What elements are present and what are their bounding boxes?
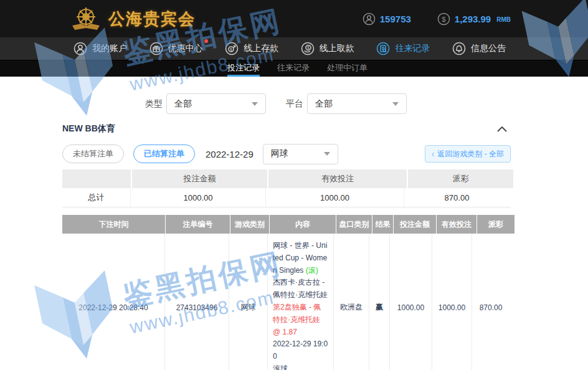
date-picker[interactable]: 2022-12-29 <box>206 149 254 159</box>
platform-filter-label: 平台 <box>286 98 303 110</box>
summary-total-row: 总计 1000.00 1000.00 870.00 <box>62 188 511 207</box>
dollar-icon: $ <box>437 12 450 26</box>
caret-down-icon <box>392 102 399 106</box>
platform-select[interactable]: 全部 <box>307 93 407 114</box>
cell-bet-amount: 1000.00 <box>390 234 432 370</box>
section-title: NEW BB体育 <box>62 123 115 135</box>
svg-text:$: $ <box>307 45 310 50</box>
col-bet-time: 下注时间 <box>62 215 165 234</box>
nav-item-my-account[interactable]: 我的账户 <box>74 42 127 55</box>
collapse-chevron-icon[interactable] <box>497 126 507 132</box>
content-selection: 第2盘独赢 - 佩特拉·克维托娃 @ 1.87 <box>273 301 328 338</box>
col-game-type: 游戏类别 <box>230 215 269 234</box>
summary-total-label: 总计 <box>62 188 131 207</box>
main-nav: 我的账户 优惠中心 $ 线上存款 $ 线上取款 <box>0 37 588 60</box>
controls-row: 未结算注单 已结算注单 2022-12-29 网球 ‹ 返回游戏类别 - 全部 <box>62 145 511 163</box>
back-button-label: 返回游戏类别 - 全部 <box>437 149 504 159</box>
cell-game-type: 网球 <box>229 234 268 370</box>
user-icon <box>74 42 87 55</box>
content-players: 杰西卡·皮古拉 - 佩特拉·克维托娃 <box>273 277 328 301</box>
sport-select-value: 网球 <box>271 148 288 159</box>
content-league: 网球 - 世界 - United Cup - Women Singles <box>273 241 327 275</box>
nav-label: 信息公告 <box>471 43 506 54</box>
balance-value: 1,293.99 <box>455 14 491 24</box>
col-order-number: 注单编号 <box>166 215 230 234</box>
unsettled-bets-button[interactable]: 未结算注单 <box>62 145 124 163</box>
nav-item-announcements[interactable]: 信息公告 <box>452 42 506 55</box>
nav-label: 往来记录 <box>395 43 430 54</box>
type-select[interactable]: 全部 <box>166 93 266 114</box>
table-row: 2022-12-29 20:28:40 2743103496 网球 网球 - 世… <box>62 234 511 370</box>
back-to-categories-button[interactable]: ‹ 返回游戏类别 - 全部 <box>425 145 511 163</box>
content-match-time: 2022-12-29 19:00 <box>273 338 328 363</box>
nav-item-promotions[interactable]: 优惠中心 <box>149 42 203 55</box>
site-logo[interactable]: 公海贵宾会 <box>70 5 196 32</box>
sport-select[interactable]: 网球 <box>263 144 338 164</box>
cell-order-number: 2743103496 <box>165 234 229 370</box>
nav-item-deposit[interactable]: $ 线上存款 <box>225 42 278 55</box>
records-icon <box>376 42 390 55</box>
withdraw-icon: $ <box>301 42 315 55</box>
type-filter-label: 类型 <box>145 98 163 110</box>
balance-currency: RMB <box>496 16 511 23</box>
svg-text:$: $ <box>442 15 446 22</box>
nav-label: 优惠中心 <box>168 43 203 54</box>
notification-dot <box>204 39 208 43</box>
svg-text:$: $ <box>230 47 232 52</box>
main-content: 类型 全部 平台 全部 NEW BB体育 未结算注单 已结算注单 2022-12… <box>62 93 511 370</box>
summary-header-valid-bet: 有效投注 <box>268 169 407 188</box>
top-header: 公海贵宾会 159753 $ 1,293.99 RMB <box>0 0 588 37</box>
cell-valid-bet: 1000.00 <box>432 234 472 370</box>
user-id-value: 159753 <box>380 14 411 24</box>
cell-content: 网球 - 世界 - United Cup - Women Singles (滚)… <box>268 234 334 370</box>
filter-row: 类型 全部 平台 全部 <box>62 93 511 114</box>
tab-transaction-records[interactable]: 往来记录 <box>277 60 310 77</box>
caret-down-icon <box>252 102 258 106</box>
user-icon <box>363 12 376 26</box>
summary-table: 投注金额 有效投注 派彩 总计 1000.00 1000.00 870.00 <box>62 169 511 207</box>
col-content: 内容 <box>270 215 336 234</box>
cell-bet-time: 2022-12-29 20:28:40 <box>62 234 165 370</box>
tab-bet-records[interactable]: 投注记录 <box>227 60 260 77</box>
cell-result: 赢 <box>369 234 390 370</box>
user-id-display[interactable]: 159753 <box>363 12 411 26</box>
nav-label: 线上存款 <box>244 43 278 54</box>
live-tag: (滚) <box>306 266 318 275</box>
deposit-icon: $ <box>225 42 239 55</box>
summary-payout: 870.00 <box>404 188 510 207</box>
detail-table: 下注时间 注单编号 游戏类别 内容 盘口类别 结果 投注金额 有效投注 派彩 2… <box>62 215 511 370</box>
col-market-type: 盘口类别 <box>336 215 372 234</box>
ship-wheel-icon <box>70 5 102 32</box>
summary-valid-bet: 1000.00 <box>266 188 404 207</box>
col-valid-bet: 有效投注 <box>437 215 477 234</box>
nav-item-transaction-records[interactable]: 往来记录 <box>376 42 430 55</box>
nav-label: 线上取款 <box>320 43 354 54</box>
cell-payout: 870.00 <box>472 234 510 370</box>
col-bet-amount: 投注金额 <box>394 215 436 234</box>
col-payout: 派彩 <box>477 215 514 234</box>
nav-label: 我的账户 <box>92 43 127 54</box>
detail-table-header: 下注时间 注单编号 游戏类别 内容 盘口类别 结果 投注金额 有效投注 派彩 <box>62 215 511 234</box>
nav-item-withdraw[interactable]: $ 线上取款 <box>301 42 354 55</box>
type-select-value: 全部 <box>174 98 192 110</box>
balance-display[interactable]: $ 1,293.99 RMB <box>437 12 511 26</box>
settled-bets-button[interactable]: 已结算注单 <box>133 145 195 163</box>
announcement-icon <box>452 42 466 55</box>
chevron-left-icon: ‹ <box>432 149 435 158</box>
content-bet-mode: 滚球 <box>273 363 328 370</box>
section-header: NEW BB体育 <box>62 123 511 135</box>
summary-table-header: 投注金额 有效投注 派彩 <box>62 169 511 188</box>
gift-icon <box>149 42 163 55</box>
logo-text: 公海贵宾会 <box>108 8 196 30</box>
summary-header-bet-amount: 投注金额 <box>132 169 267 188</box>
summary-header-payout: 派彩 <box>408 169 513 188</box>
caret-down-icon <box>324 152 330 156</box>
platform-select-value: 全部 <box>315 98 333 110</box>
summary-header-empty <box>62 169 131 188</box>
col-result: 结果 <box>372 215 393 234</box>
sub-nav: 投注记录 往来记录 处理中订单 <box>0 60 588 77</box>
cell-market-type: 欧洲盘 <box>334 234 369 370</box>
summary-bet-amount: 1000.00 <box>131 188 266 207</box>
tab-pending-orders[interactable]: 处理中订单 <box>327 60 368 77</box>
